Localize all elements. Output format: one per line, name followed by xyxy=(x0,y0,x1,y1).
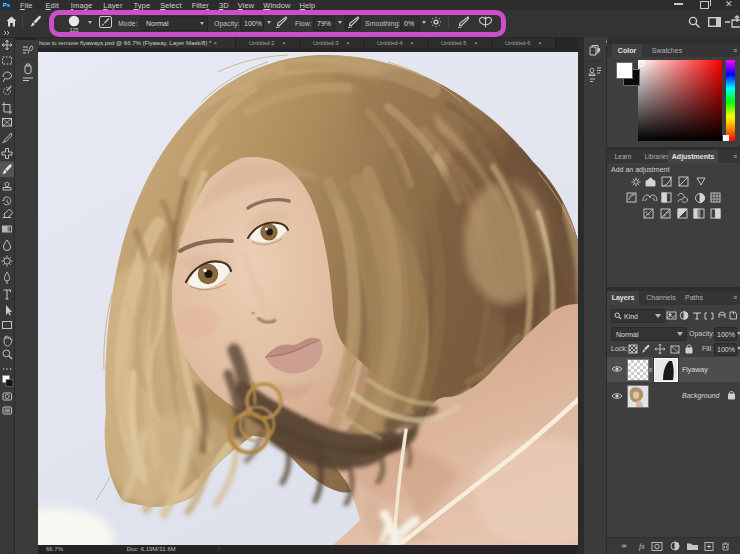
svg-text:fx: fx xyxy=(639,542,645,551)
